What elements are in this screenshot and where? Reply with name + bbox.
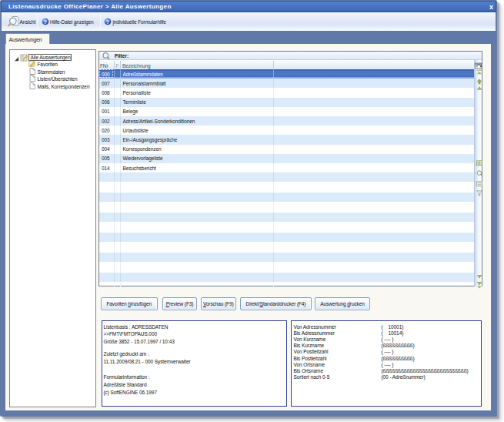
- svg-text:?: ?: [106, 18, 109, 24]
- svg-text:?: ?: [44, 18, 47, 24]
